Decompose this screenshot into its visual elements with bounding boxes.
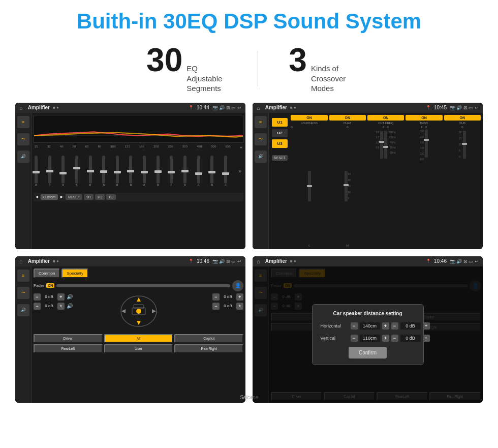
speaker-rl-icon: 🔊 (67, 303, 73, 309)
rearleft-btn-3[interactable]: RearLeft (34, 344, 103, 353)
prev-icon[interactable]: ◄ (35, 194, 39, 199)
plus-rr[interactable]: + (236, 303, 243, 310)
stat-crossover: 3 Kinds ofCrossover Modes (258, 44, 382, 94)
eq-slider-9[interactable]: 0 (157, 156, 160, 187)
wave-icon-3[interactable]: 〜 (17, 287, 29, 299)
horizontal-db-plus[interactable]: + (423, 322, 430, 330)
eq-slider-5[interactable]: 0 (102, 156, 105, 187)
loudness-toggle[interactable]: ON (291, 115, 327, 121)
eq-slider-3[interactable]: 5 (75, 156, 78, 187)
svg-marker-5 (121, 309, 126, 313)
dialog-overlay: Car speaker distance setting Horizontal … (253, 266, 483, 403)
db-control-rr: − 0 dB + (212, 303, 243, 310)
u1-btn[interactable]: U1 (272, 118, 288, 127)
phat-toggle[interactable]: ON (329, 115, 366, 121)
tab-specialty-3[interactable]: Specialty (61, 268, 88, 278)
db-val-fr: 0 dB (222, 294, 234, 299)
time-1: 10:44 (197, 105, 209, 110)
eq-slider-7[interactable]: 0 (129, 156, 132, 187)
sub-toggle[interactable]: ON (444, 115, 481, 121)
eq-icon-1[interactable]: ≡ (17, 116, 29, 128)
eq-freq-labels: 2532405063 80100125160200 25032040050063… (34, 145, 243, 151)
svg-marker-6 (152, 309, 156, 313)
volume-icon-2[interactable]: 🔊 (255, 151, 267, 163)
fader-label: Fader (34, 283, 44, 288)
minus-fr[interactable]: − (212, 293, 220, 301)
minus-fl[interactable]: − (34, 293, 41, 301)
copilot-btn-3[interactable]: Copilot (174, 334, 243, 343)
eq-slider-1[interactable]: 0 (48, 156, 51, 187)
wave-icon-1[interactable]: 〜 (17, 133, 29, 145)
plus-rl[interactable]: + (57, 303, 65, 310)
phat-name: PHAT (344, 122, 352, 125)
eq-main-content: 2532405063 80100125160200 25032040050063… (32, 113, 245, 249)
eq-u1-btn[interactable]: U1 (84, 194, 94, 200)
vertical-plus[interactable]: + (382, 335, 389, 342)
volume-icon-3[interactable]: 🔊 (17, 304, 29, 316)
vertical-db-plus[interactable]: + (423, 335, 430, 342)
u-buttons: U1 U2 U3 RESET (271, 115, 289, 247)
all-btn-3[interactable]: All (104, 334, 173, 343)
speaker-fl-icon: 🔊 (67, 294, 73, 300)
vertical-minus[interactable]: − (351, 335, 358, 342)
eq-slider-8[interactable]: 0 (143, 156, 146, 187)
eq-slider-13[interactable]: 0 (210, 156, 213, 187)
eq-slider-11[interactable]: 0 (183, 156, 186, 187)
time-2: 10:45 (434, 105, 447, 110)
channel-phat: ON PHAT G 644832160 (329, 115, 366, 247)
db-val-rr: 0 dB (222, 304, 234, 308)
wave-icon-2[interactable]: 〜 (255, 133, 267, 145)
eq-slider-0[interactable]: 0 (35, 156, 38, 187)
user-btn-3[interactable]: User (104, 344, 173, 353)
stat-crossover-desc: Kinds ofCrossover Modes (311, 64, 352, 94)
channel-sub: ON SUB G 20151050 (444, 115, 481, 247)
confirm-button[interactable]: Confirm (349, 347, 387, 359)
status-dots-1: ■ ● (53, 105, 59, 110)
eq-slider-14[interactable]: -1 (224, 156, 227, 187)
horizontal-minus[interactable]: − (351, 322, 358, 330)
plus-fl[interactable]: + (57, 293, 65, 301)
eq-u2-btn[interactable]: U2 (95, 194, 105, 200)
rearright-btn-3[interactable]: RearRight (174, 344, 243, 353)
status-bar-3: ⌂ Amplifier ■ ● 📍 10:46 📷 🔊 ⊠ ▭ ↩ (15, 256, 245, 266)
u3-btn[interactable]: U3 (272, 139, 288, 148)
cutfreq-toggle[interactable]: ON (367, 115, 404, 121)
bottom-buttons-3: Driver All Copilot (34, 334, 243, 343)
volume-icon-1[interactable]: 🔊 (17, 151, 29, 163)
db-val-fl: 0 dB (43, 294, 55, 299)
plus-fr[interactable]: + (236, 293, 243, 301)
status-dots-2: ■ ● (290, 105, 296, 110)
speaker-layout: − 0 dB + 🔊 − 0 dB + 🔊 (34, 293, 243, 331)
horizontal-plus[interactable]: + (382, 322, 389, 330)
eq-slider-2[interactable]: 0 (61, 156, 65, 187)
eq-slider-10[interactable]: 0 (170, 156, 173, 187)
eq-icon-2[interactable]: ≡ (255, 116, 267, 128)
screen-dialog: ⌂ Amplifier ■ ● 📍 10:46 📷 🔊 ⊠ ▭ ↩ ≡ 〜 🔊 … (253, 256, 483, 403)
eq-u3-btn[interactable]: U3 (106, 194, 116, 200)
eq-slider-12[interactable]: -1 (197, 156, 200, 187)
eq-preset-custom[interactable]: Custom (41, 194, 58, 200)
eq-icon-3[interactable]: ≡ (17, 270, 29, 282)
bass-toggle[interactable]: ON (406, 115, 442, 121)
status-icons-4: 📷 🔊 ⊠ ▭ ↩ (450, 259, 479, 264)
minus-rr[interactable]: − (212, 303, 220, 310)
db-val-rl: 0 dB (43, 304, 55, 308)
eq-slider-6[interactable]: 0 (116, 156, 119, 187)
screen-fader: ⌂ Amplifier ■ ● 📍 10:46 📷 🔊 ⊠ ▭ ↩ ≡ 〜 🔊 … (15, 256, 245, 403)
tab-common-3[interactable]: Common (34, 268, 60, 278)
db-control-rl: − 0 dB + 🔊 (34, 303, 115, 310)
eq-slider-4[interactable]: 0 (89, 156, 92, 187)
svg-point-7 (136, 309, 141, 314)
u2-btn[interactable]: U2 (272, 129, 288, 137)
driver-btn-3[interactable]: Driver (34, 334, 103, 343)
time-4: 10:46 (434, 258, 447, 264)
vertical-db-minus[interactable]: − (391, 335, 398, 342)
horizontal-db-minus[interactable]: − (391, 322, 398, 330)
fader-slider[interactable] (56, 284, 230, 287)
status-bar-1: ⌂ Amplifier ■ ● 📍 10:44 📷 🔊 ⊠ ▭ ↩ (15, 103, 245, 113)
s2-reset-btn[interactable]: RESET (272, 155, 288, 161)
eq-reset-btn[interactable]: RESET (66, 194, 82, 200)
eq-more-icon: » (237, 168, 242, 174)
minus-rl[interactable]: − (34, 303, 41, 310)
next-icon[interactable]: ► (59, 194, 64, 199)
